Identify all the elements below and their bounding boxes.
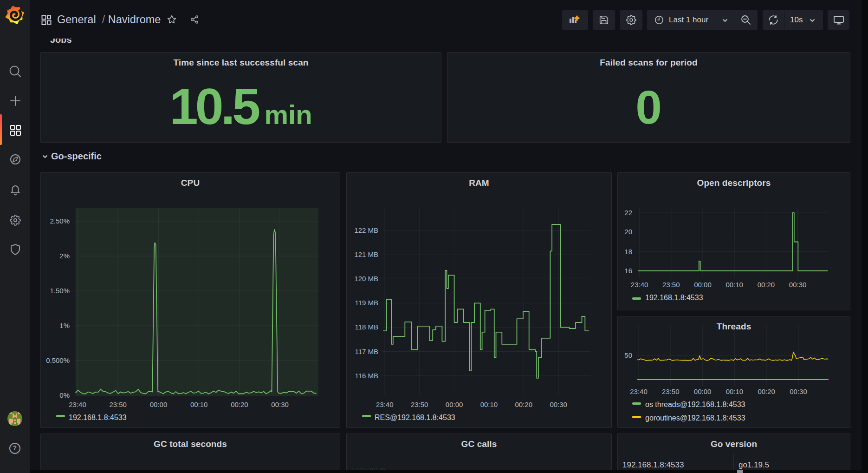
svg-text:22: 22	[624, 209, 632, 217]
svg-text:23:50: 23:50	[662, 388, 680, 395]
svg-text:192.168.1.8:4533: 192.168.1.8:4533	[69, 414, 127, 421]
svg-text:RES@192.168.1.8:4533: RES@192.168.1.8:4533	[375, 414, 455, 421]
svg-text:122 MB: 122 MB	[354, 226, 378, 234]
svg-text:00:00: 00:00	[446, 401, 463, 408]
svg-text:00:00: 00:00	[150, 401, 168, 408]
svg-text:os threads@192.168.1.8:4533: os threads@192.168.1.8:4533	[645, 401, 745, 408]
svg-text:2%: 2%	[59, 252, 70, 260]
svg-text:00:20: 00:20	[758, 281, 775, 289]
svg-text:0.500%: 0.500%	[46, 356, 70, 364]
svg-text:0%: 0%	[59, 391, 70, 399]
svg-text:00:30: 00:30	[550, 401, 567, 408]
svg-text:23:50: 23:50	[109, 401, 127, 408]
svg-text:192.168.1.8:4533: 192.168.1.8:4533	[645, 294, 703, 302]
svg-text:00:30: 00:30	[790, 388, 807, 395]
svg-text:116 MB: 116 MB	[355, 372, 378, 380]
svg-text:00:00: 00:00	[694, 388, 712, 395]
svg-text:00:20: 00:20	[758, 388, 775, 395]
svg-text:00:20: 00:20	[231, 401, 248, 408]
svg-text:23:40: 23:40	[630, 388, 648, 395]
svg-text:118 MB: 118 MB	[355, 323, 378, 331]
svg-text:20: 20	[624, 228, 632, 236]
svg-text:23:40: 23:40	[69, 401, 86, 408]
svg-text:1.50%: 1.50%	[50, 287, 70, 295]
svg-text:1%: 1%	[59, 322, 70, 329]
svg-text:16: 16	[624, 267, 632, 275]
svg-text:117 MB: 117 MB	[355, 348, 378, 355]
svg-text:23:40: 23:40	[376, 401, 394, 408]
svg-text:23:40: 23:40	[631, 281, 648, 289]
svg-text:00:20: 00:20	[515, 401, 533, 408]
svg-text:120 MB: 120 MB	[354, 275, 378, 282]
svg-text:00:10: 00:10	[190, 401, 208, 408]
svg-text:00:30: 00:30	[789, 281, 807, 289]
svg-text:goroutines@192.168.1.8:4533: goroutines@192.168.1.8:4533	[645, 414, 745, 422]
svg-text:50: 50	[624, 351, 632, 359]
svg-text:18: 18	[624, 248, 632, 256]
svg-text:00:30: 00:30	[271, 401, 289, 408]
svg-text:00:10: 00:10	[480, 401, 498, 408]
svg-text:00:00: 00:00	[694, 281, 712, 289]
svg-text:119 MB: 119 MB	[355, 299, 378, 307]
svg-text:00:10: 00:10	[725, 281, 743, 289]
svg-text:23:50: 23:50	[662, 281, 680, 289]
svg-text:2.50%: 2.50%	[50, 217, 70, 225]
svg-text:23:50: 23:50	[411, 401, 428, 408]
svg-text:00:10: 00:10	[726, 388, 744, 395]
svg-text:121 MB: 121 MB	[354, 250, 378, 258]
